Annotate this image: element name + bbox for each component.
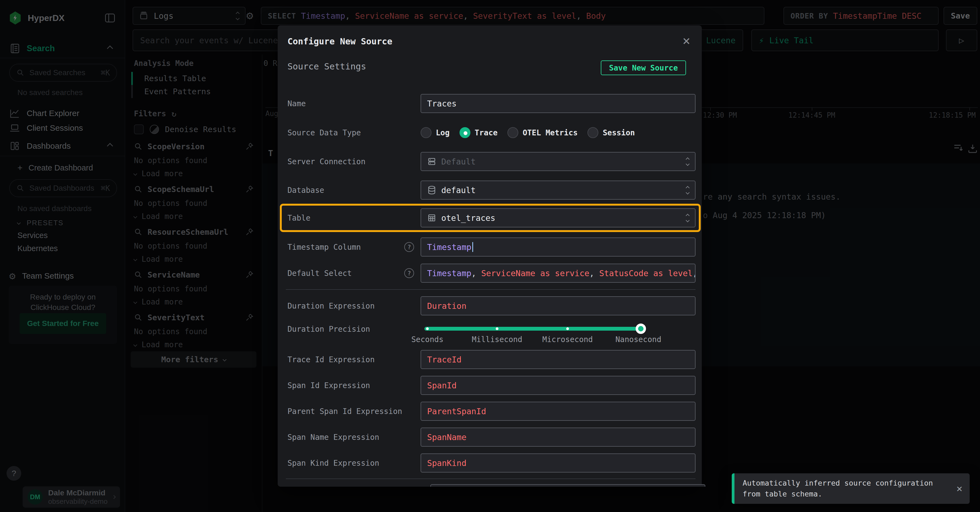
select-chevrons-icon	[686, 158, 689, 165]
radio-circle	[508, 127, 518, 138]
trace-id-expression-value: TraceId	[427, 355, 461, 364]
trace-id-expression-label: Trace Id Expression	[288, 355, 421, 364]
server-connection-select[interactable]: Default	[421, 152, 695, 171]
slider-mark	[566, 327, 569, 330]
table-icon	[427, 213, 436, 223]
configure-source-modal: Configure New Source × Source Settings S…	[278, 26, 702, 486]
save-new-source-button[interactable]: Save New Source	[601, 61, 686, 75]
span-id-expression-input[interactable]: SpanId	[421, 376, 695, 395]
next-field-partial-input	[430, 484, 705, 486]
database-value: default	[441, 185, 476, 195]
slider-mark	[496, 327, 498, 330]
duration-precision-label: Duration Precision	[288, 324, 421, 335]
trace-id-expression-input[interactable]: TraceId	[421, 350, 695, 369]
slider-track[interactable]	[425, 327, 642, 331]
name-label: Name	[288, 99, 421, 108]
parent-span-id-expression-value: ParentSpanId	[427, 407, 486, 416]
divider	[286, 289, 695, 290]
slider-label-seconds: Seconds	[411, 335, 444, 344]
radio-log[interactable]: Log	[421, 127, 450, 138]
radio-otel-metrics-label: OTEL Metrics	[523, 128, 578, 137]
radio-circle	[421, 127, 431, 138]
source-data-type-label: Source Data Type	[288, 128, 421, 137]
text-caret	[472, 242, 473, 252]
timestamp-column-value: Timestamp	[427, 242, 471, 252]
default-select-value: Timestamp, ServiceName as service, Statu…	[427, 268, 695, 278]
table-row-highlight: Table otel_traces	[280, 204, 701, 232]
slider-mark	[426, 327, 429, 330]
radio-circle	[587, 127, 598, 138]
toast-message-line2: from table schema.	[743, 488, 933, 499]
radio-session-label: Session	[603, 128, 635, 137]
duration-expression-input[interactable]: Duration	[421, 296, 695, 315]
radio-trace[interactable]: Trace	[460, 127, 498, 138]
select-chevrons-icon	[686, 214, 689, 222]
database-label: Database	[288, 186, 421, 195]
timestamp-column-input[interactable]: Timestamp	[421, 238, 695, 257]
span-name-expression-value: SpanName	[427, 432, 466, 442]
radio-log-label: Log	[436, 128, 450, 137]
database-select[interactable]: default	[421, 180, 695, 199]
radio-trace-label: Trace	[475, 128, 498, 137]
server-connection-label: Server Connection	[288, 157, 421, 166]
radio-session[interactable]: Session	[587, 127, 635, 138]
default-select-label: Default Select	[288, 269, 352, 278]
slider-label-microsecond: Microsecond	[542, 335, 593, 344]
section-title: Source Settings	[288, 61, 366, 72]
help-icon[interactable]: ?	[404, 242, 414, 252]
slider-label-nanosecond: Nanosecond	[616, 335, 662, 344]
slider-thumb[interactable]	[636, 324, 646, 334]
duration-expression-label: Duration Expression	[288, 301, 421, 311]
span-id-expression-label: Span Id Expression	[288, 381, 421, 390]
radio-otel-metrics[interactable]: OTEL Metrics	[508, 127, 578, 138]
duration-precision-slider[interactable]: Seconds Millisecond Microsecond Nanoseco…	[421, 324, 695, 346]
name-value: Traces	[427, 99, 457, 108]
table-value: otel_traces	[441, 213, 495, 223]
span-name-expression-label: Span Name Expression	[288, 433, 421, 442]
database-icon	[427, 185, 436, 195]
span-id-expression-value: SpanId	[427, 381, 457, 390]
name-input[interactable]: Traces	[421, 94, 695, 113]
parent-span-id-expression-label: Parent Span Id Expression	[288, 407, 421, 416]
timestamp-column-label: Timestamp Column	[288, 242, 361, 252]
modal-title: Configure New Source	[288, 36, 392, 46]
span-kind-expression-label: Span Kind Expression	[288, 459, 421, 467]
server-icon	[427, 157, 436, 166]
toast-notification: Automatically inferred source configurat…	[732, 473, 970, 504]
toast-close-icon[interactable]: ×	[956, 483, 963, 494]
slider-label-millisecond: Millisecond	[472, 335, 522, 344]
server-connection-value: Default	[441, 157, 476, 166]
divider	[286, 479, 695, 479]
help-icon[interactable]: ?	[404, 268, 414, 278]
toast-accent-bar	[732, 473, 735, 504]
close-icon[interactable]: ×	[682, 33, 690, 48]
default-select-input[interactable]: Timestamp, ServiceName as service, Statu…	[421, 264, 695, 283]
span-kind-expression-input[interactable]: SpanKind	[421, 453, 695, 472]
span-kind-expression-value: SpanKind	[427, 458, 466, 468]
app-screen: HyperDX Search Saved Searches ⌘K No save…	[0, 0, 980, 512]
parent-span-id-expression-input[interactable]: ParentSpanId	[421, 402, 695, 421]
table-label: Table	[288, 214, 421, 223]
select-chevrons-icon	[686, 187, 689, 194]
toast-message-line1: Automatically inferred source configurat…	[743, 478, 933, 488]
duration-expression-value: Duration	[427, 301, 466, 311]
span-name-expression-input[interactable]: SpanName	[421, 427, 695, 447]
table-select[interactable]: otel_traces	[421, 208, 695, 227]
radio-circle-selected	[460, 127, 470, 138]
